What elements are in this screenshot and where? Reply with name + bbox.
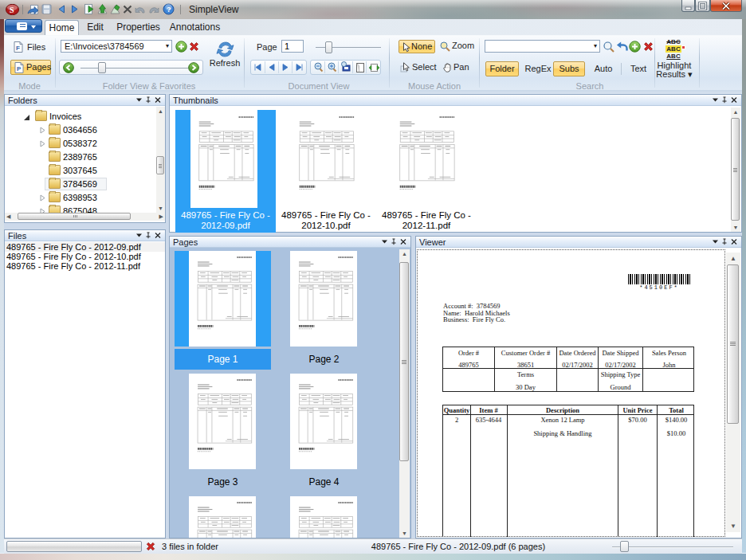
svg-text:S: S <box>10 6 14 14</box>
svg-text:P: P <box>17 65 22 72</box>
svg-text:F: F <box>16 45 20 52</box>
svg-text:?: ? <box>167 6 171 14</box>
